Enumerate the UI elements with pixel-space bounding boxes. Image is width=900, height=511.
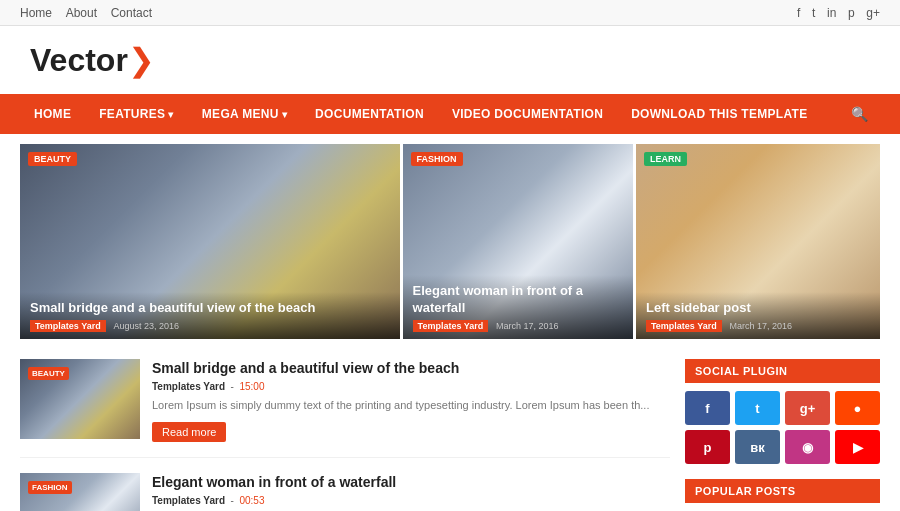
logo-area: Vector❯ (0, 26, 900, 94)
pinterest-button[interactable]: p (685, 430, 730, 464)
article2-meta: Templates Yard - 00:53 (152, 495, 670, 506)
featured-grid: BEAUTY Small bridge and a beautiful view… (20, 144, 880, 339)
featured-main-category[interactable]: BEAUTY (28, 152, 77, 166)
article2-info: Elegant woman in front of a waterfall Te… (152, 473, 670, 511)
content-area: BEAUTY Small bridge and a beautiful view… (0, 349, 900, 511)
article-title[interactable]: Small bridge and a beautiful view of the… (152, 359, 670, 377)
top-bar-nav: Home About Contact (20, 5, 162, 20)
featured-section: BEAUTY Small bridge and a beautiful view… (0, 134, 900, 349)
main-content: BEAUTY Small bridge and a beautiful view… (20, 359, 670, 511)
logo-arrow: ❯ (128, 42, 155, 78)
twitter-button[interactable]: t (735, 391, 780, 425)
featured-main-title: Small bridge and a beautiful view of the… (30, 300, 390, 317)
featured-mid-meta: Templates Yard March 17, 2016 (413, 320, 623, 331)
article-meta: Templates Yard - 15:00 (152, 381, 670, 392)
featured-main-meta: Templates Yard August 23, 2016 (30, 320, 390, 331)
nav-about[interactable]: About (66, 6, 97, 20)
article-author: Templates Yard (152, 381, 225, 392)
social-grid: f t g+ ● p вк ◉ ▶ (685, 391, 880, 464)
featured-main-date: August 23, 2016 (113, 321, 179, 331)
article-time: 15:00 (239, 381, 264, 392)
featured-main-author: Templates Yard (30, 320, 106, 332)
reddit-button[interactable]: ● (835, 391, 880, 425)
nav-mega-menu[interactable]: MEGA MENU (188, 95, 301, 133)
nav-home[interactable]: HOME (20, 95, 85, 133)
popular-posts-header: POPULAR POSTS (685, 479, 880, 503)
top-bar-social: f t in p g+ (789, 5, 880, 20)
read-more-button[interactable]: Read more (152, 422, 226, 442)
social-plugin-section: SOCIAL PLUGIN f t g+ ● p вк ◉ ▶ (685, 359, 880, 464)
top-bar: Home About Contact f t in p g+ (0, 0, 900, 26)
youtube-button[interactable]: ▶ (835, 430, 880, 464)
featured-right-author: Templates Yard (646, 320, 722, 332)
featured-right-meta: Templates Yard March 17, 2016 (646, 320, 870, 331)
article2-title[interactable]: Elegant woman in front of a waterfall (152, 473, 670, 491)
instagram-button[interactable]: ◉ (785, 430, 830, 464)
article-excerpt: Lorem Ipsum is simply dummy text of the … (152, 397, 670, 414)
featured-mid-date: March 17, 2016 (496, 321, 559, 331)
article-category-badge[interactable]: BEAUTY (28, 367, 69, 380)
logo-text[interactable]: Vector (30, 42, 128, 78)
social-pt-top[interactable]: p (848, 6, 855, 20)
social-ig-top[interactable]: in (827, 6, 836, 20)
social-gp-top[interactable]: g+ (866, 6, 880, 20)
article-info: Small bridge and a beautiful view of the… (152, 359, 670, 442)
article2-category-badge[interactable]: FASHION (28, 481, 72, 494)
social-plugin-header: SOCIAL PLUGIN (685, 359, 880, 383)
article2-time: 00:53 (239, 495, 264, 506)
nav-bar: HOME FEATURES MEGA MENU DOCUMENTATION VI… (0, 94, 900, 134)
featured-mid-title: Elegant woman in front of a waterfall (413, 283, 623, 317)
nav-features[interactable]: FEATURES (85, 95, 188, 133)
article2-thumb[interactable]: FASHION (20, 473, 140, 511)
nav-contact[interactable]: Contact (111, 6, 152, 20)
featured-right-category[interactable]: LEARN (644, 152, 687, 166)
featured-main[interactable]: BEAUTY Small bridge and a beautiful view… (20, 144, 400, 339)
featured-right[interactable]: LEARN Left sidebar post Templates Yard M… (636, 144, 880, 339)
featured-mid[interactable]: FASHION Elegant woman in front of a wate… (403, 144, 633, 339)
article2-author: Templates Yard (152, 495, 225, 506)
facebook-button[interactable]: f (685, 391, 730, 425)
featured-right-caption: Left sidebar post Templates Yard March 1… (636, 292, 880, 339)
nav-home[interactable]: Home (20, 6, 52, 20)
featured-mid-author: Templates Yard (413, 320, 489, 332)
popular-posts-section: POPULAR POSTS Small bridge and a beautif… (685, 479, 880, 511)
article-card: BEAUTY Small bridge and a beautiful view… (20, 359, 670, 458)
search-icon[interactable]: 🔍 (839, 94, 880, 134)
featured-mid-category[interactable]: FASHION (411, 152, 463, 166)
featured-mid-caption: Elegant woman in front of a waterfall Te… (403, 275, 633, 339)
nav-docs[interactable]: DOCUMENTATION (301, 95, 438, 133)
social-tw-top[interactable]: t (812, 6, 815, 20)
sidebar: SOCIAL PLUGIN f t g+ ● p вк ◉ ▶ POPULAR … (685, 359, 880, 511)
featured-right-title: Left sidebar post (646, 300, 870, 317)
social-fb-top[interactable]: f (797, 6, 800, 20)
article-thumb[interactable]: BEAUTY (20, 359, 140, 439)
nav-download[interactable]: DOWNLOAD THIS TEMPLATE (617, 95, 821, 133)
nav-video-docs[interactable]: VIDEO DOCUMENTATION (438, 95, 617, 133)
googleplus-button[interactable]: g+ (785, 391, 830, 425)
article-card-partial: FASHION Elegant woman in front of a wate… (20, 473, 670, 511)
featured-main-caption: Small bridge and a beautiful view of the… (20, 292, 400, 339)
vk-button[interactable]: вк (735, 430, 780, 464)
nav-links: HOME FEATURES MEGA MENU DOCUMENTATION VI… (20, 95, 822, 133)
featured-right-date: March 17, 2016 (729, 321, 792, 331)
